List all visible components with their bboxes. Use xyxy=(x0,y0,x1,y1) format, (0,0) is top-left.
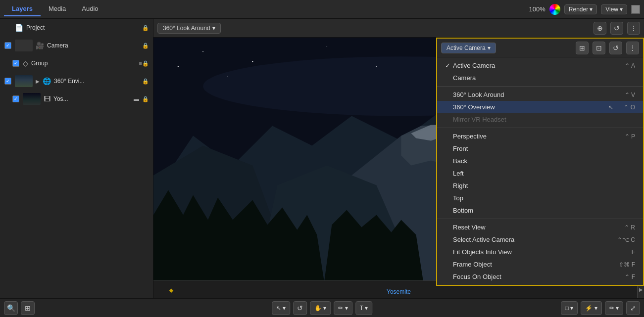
render-btn[interactable]: Render ▾ xyxy=(564,4,597,14)
center-tools: ↖ ▾ ↺ ✋ ▾ ✏ ▾ T ▾ xyxy=(272,301,372,315)
menu-item-reset-view[interactable]: Reset View ⌃ R xyxy=(437,221,643,233)
pen-tool[interactable]: ✏ ▾ xyxy=(334,301,352,315)
menu-item-perspective[interactable]: Perspective ⌃ P xyxy=(437,130,643,142)
rotate-tool[interactable]: ↺ xyxy=(293,301,307,315)
viewport-scene[interactable]: ⬥ ▶ Yosemite Active Camera ▾ ⊞ ⊡ ↺ ⋮ xyxy=(153,38,644,298)
menu-label-fit-objects: Fit Objects Into View xyxy=(453,248,624,256)
menu-item-left[interactable]: Left xyxy=(437,167,643,180)
text-tool[interactable]: T ▾ xyxy=(355,301,372,315)
menu-shortcut-active-camera: ⌃ A xyxy=(625,62,635,69)
layer-visibility-project[interactable] xyxy=(4,24,12,32)
layer-item-camera[interactable]: 🎥 Camera 🔒 xyxy=(0,37,153,54)
menu-shortcut-select-active: ⌃⌥ C xyxy=(617,236,635,243)
menu-item-fit-objects[interactable]: Fit Objects Into View F xyxy=(437,246,643,258)
layer-item-project[interactable]: 📄 Project 🔒 xyxy=(0,19,153,37)
canvas-swatch[interactable] xyxy=(631,5,640,14)
layer-name-yosemite: Yos... xyxy=(53,95,130,102)
menu-item-bottom[interactable]: Bottom xyxy=(437,204,643,217)
view-mode-chevron: ▾ xyxy=(212,25,215,32)
layer-visibility-env360[interactable] xyxy=(4,77,12,85)
right-tools: □ ▾ ⚡ ▾ ✏ ▾ ⤢ xyxy=(561,301,640,315)
tab-media[interactable]: Media xyxy=(41,2,74,16)
camera-thumb xyxy=(15,40,33,51)
yosemite-thumb xyxy=(23,93,41,105)
selector-tool[interactable]: ↖ ▾ xyxy=(272,301,290,315)
tool-grid[interactable]: ⊞ xyxy=(21,301,35,315)
view-mode-label: 360° Look Around xyxy=(163,25,210,32)
menu-item-top[interactable]: Top xyxy=(437,192,643,204)
menu-label-reset-view: Reset View xyxy=(453,224,616,231)
view-btn[interactable]: View ▾ xyxy=(601,4,627,14)
active-camera-chevron: ▾ xyxy=(488,45,491,51)
camera-dropdown-overlay: Active Camera ▾ ⊞ ⊡ ↺ ⋮ ✓ Active Camera xyxy=(436,38,644,286)
view-dropdown[interactable]: □ ▾ xyxy=(561,301,578,315)
tab-audio[interactable]: Audio xyxy=(74,2,106,16)
viewport-icon-btn-3[interactable]: ⋮ xyxy=(627,22,640,35)
group-icon: ◇ xyxy=(23,59,28,67)
cam-toolbar-btn4[interactable]: ⋮ xyxy=(626,42,639,54)
layer-lock-project[interactable]: 🔒 xyxy=(142,25,149,31)
active-camera-btn[interactable]: Active Camera ▾ xyxy=(441,43,496,53)
layer-lock-group[interactable]: ≡🔒 xyxy=(139,60,149,67)
timeline-pin: ⬥ xyxy=(168,284,174,295)
cam-toolbar-btn1[interactable]: ⊞ xyxy=(576,42,589,54)
menu-item-active-camera[interactable]: ✓ Active Camera ⌃ A xyxy=(437,59,643,72)
menu-label-front: Front xyxy=(453,145,627,152)
view-mode-dropdown[interactable]: 360° Look Around ▾ xyxy=(157,23,221,34)
layer-lock-env360[interactable]: 🔒 xyxy=(142,78,149,85)
viewport-icon-btn-2[interactable]: ↺ xyxy=(610,22,623,35)
viewport-toolbar: 360° Look Around ▾ ⊕ ↺ ⋮ xyxy=(153,19,644,38)
menu-item-focus-object[interactable]: Focus On Object ⌃ F xyxy=(437,271,643,283)
menu-item-mirror-vr: Mirror VR Headset xyxy=(437,113,643,126)
layer-item-env360[interactable]: ▶ 🌐 360° Envi... 🔒 xyxy=(0,72,153,90)
layer-lock-yosemite[interactable]: 🔒 xyxy=(142,96,149,102)
top-bar-right: 100% Render ▾ View ▾ xyxy=(529,4,640,15)
layer-lock-camera[interactable]: 🔒 xyxy=(142,43,149,49)
active-camera-label: Active Camera xyxy=(446,45,486,51)
layer-item-group[interactable]: ◇ Group ≡🔒 xyxy=(0,54,153,72)
menu-item-camera[interactable]: Camera xyxy=(437,72,643,84)
layer-visibility-camera[interactable] xyxy=(4,42,12,49)
bottom-toolbar: 🔍 ⊞ ↖ ▾ ↺ ✋ ▾ ✏ ▾ T ▾ □ ▾ ⚡ ▾ ✏ ▾ ⤢ xyxy=(0,298,644,317)
menu-item-right[interactable]: Right xyxy=(437,180,643,192)
menu-label-frame-object: Frame Object xyxy=(453,261,611,268)
viewport-icon-btn-1[interactable]: ⊕ xyxy=(594,22,606,35)
layer-visibility-group[interactable] xyxy=(12,59,20,67)
layer-name-group: Group xyxy=(31,60,136,67)
cam-toolbar-btn3[interactable]: ↺ xyxy=(609,42,622,54)
menu-sep-3 xyxy=(437,219,643,219)
yosemite-icon: 🎞 xyxy=(44,95,50,103)
viewport-area: 360° Look Around ▾ ⊕ ↺ ⋮ xyxy=(153,19,644,298)
zoom-level[interactable]: 100% xyxy=(529,5,545,13)
expand-icon[interactable]: ⤢ xyxy=(626,301,640,315)
menu-label-camera: Camera xyxy=(453,74,627,82)
yosemite-badge2: ▬ xyxy=(134,96,139,102)
menu-shortcut-overview: ⌃ O xyxy=(624,104,635,111)
menu-item-select-active[interactable]: Select Active Camera ⌃⌥ C xyxy=(437,233,643,246)
menu-item-front[interactable]: Front xyxy=(437,142,643,155)
layer-item-yosemite[interactable]: 🎞 Yos... ▬ 🔒 xyxy=(0,90,153,108)
menu-item-overview[interactable]: 360° Overview ⌃ O ↖ xyxy=(437,101,643,113)
menu-item-frame-object[interactable]: Frame Object ⇧⌘ F xyxy=(437,258,643,271)
paint-dropdown[interactable]: ✏ ▾ xyxy=(605,301,623,315)
hand-tool[interactable]: ✋ ▾ xyxy=(310,301,331,315)
env360-thumb xyxy=(15,75,33,87)
layer-visibility-yosemite[interactable] xyxy=(12,95,20,103)
menu-item-back[interactable]: Back xyxy=(437,155,643,167)
light-dropdown[interactable]: ⚡ ▾ xyxy=(581,301,601,315)
menu-label-top: Top xyxy=(453,194,635,202)
menu-shortcut-fit-objects: F xyxy=(632,249,635,256)
tool-search[interactable]: 🔍 xyxy=(4,301,18,315)
menu-item-look-around[interactable]: 360° Look Around ⌃ V xyxy=(437,89,643,101)
tab-layers[interactable]: Layers xyxy=(4,2,41,16)
main-area: 📄 Project 🔒 🎥 Camera 🔒 ◇ Group ≡🔒 xyxy=(0,19,644,298)
project-icon: 📄 xyxy=(15,24,23,32)
top-bar: Layers Media Audio 100% Render ▾ View ▾ xyxy=(0,0,644,19)
env360-expand[interactable]: ▶ xyxy=(36,79,40,84)
menu-label-mirror-vr: Mirror VR Headset xyxy=(453,116,635,123)
menu-shortcut-perspective: ⌃ P xyxy=(625,133,635,140)
cam-toolbar-btn2[interactable]: ⊡ xyxy=(593,42,605,54)
camera-dropdown-menu: ✓ Active Camera ⌃ A Camera 360° Lo xyxy=(437,57,643,285)
camera-toolbar: Active Camera ▾ ⊞ ⊡ ↺ ⋮ xyxy=(437,39,643,57)
color-swatch[interactable] xyxy=(549,4,560,15)
